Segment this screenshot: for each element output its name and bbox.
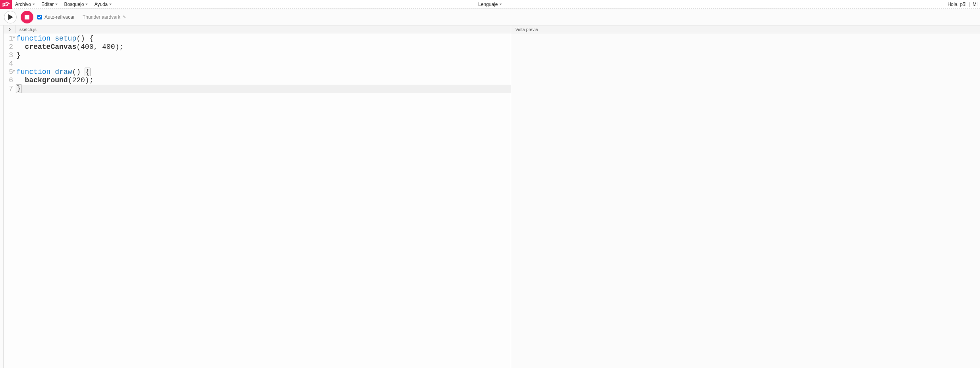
nav-right: Hola, p5! | Mi: [947, 2, 980, 7]
line-number: 2: [4, 43, 13, 51]
menu-lenguaje-label: Lenguaje: [478, 2, 498, 7]
menu-editar-label: Editar: [41, 2, 54, 7]
auto-refresh-label: Auto-refrescar: [44, 14, 75, 20]
menu-archivo-label: Archivo: [15, 2, 31, 7]
code-editor[interactable]: 1234567 function setup() { createCanvas(…: [4, 33, 511, 368]
line-number: 7: [4, 85, 13, 93]
line-number: 4: [4, 60, 13, 68]
main-split: sketch.js 1234567 function setup() { cre…: [3, 25, 980, 368]
auto-refresh-toggle[interactable]: Auto-refrescar: [37, 14, 75, 20]
menu-bosquejo[interactable]: Bosquejo: [61, 0, 91, 9]
nav-center: Lenguaje: [475, 0, 505, 9]
preview-pane: Vista previa: [511, 25, 980, 368]
editor-pane: sketch.js 1234567 function setup() { cre…: [4, 25, 511, 368]
chevron-right-icon: [8, 27, 11, 31]
fold-icon[interactable]: [12, 37, 15, 39]
line-number: 6: [4, 76, 13, 85]
menu-bosquejo-label: Bosquejo: [64, 2, 84, 7]
user-greeting[interactable]: Hola, p5!: [947, 2, 966, 7]
toolbar: Auto-refrescar Thunder aardvark ✎: [0, 9, 980, 25]
play-button[interactable]: [4, 11, 17, 23]
code-line[interactable]: }: [15, 51, 511, 60]
p5-logo[interactable]: p5*: [0, 0, 12, 9]
code-line[interactable]: background(220);: [15, 76, 511, 85]
auto-refresh-checkbox[interactable]: [37, 15, 42, 19]
sketch-name-text: Thunder aardvark: [83, 14, 120, 20]
code-line[interactable]: function setup() {: [15, 35, 511, 43]
separator: |: [969, 2, 970, 7]
caret-down-icon: [499, 4, 502, 5]
user-mi[interactable]: Mi: [972, 2, 978, 7]
preview-label: Vista previa: [515, 27, 538, 32]
code-line[interactable]: [15, 60, 511, 68]
editor-header: sketch.js: [4, 25, 511, 33]
svg-rect-1: [25, 15, 29, 19]
pencil-icon[interactable]: ✎: [123, 15, 126, 19]
code-line[interactable]: }: [15, 85, 511, 93]
logo-text: p5*: [2, 1, 10, 7]
code-line[interactable]: function draw() {: [15, 68, 511, 76]
sketch-name: Thunder aardvark ✎: [83, 14, 126, 20]
caret-down-icon: [55, 4, 58, 5]
menu-editar[interactable]: Editar: [38, 0, 61, 9]
top-nav: p5* Archivo Editar Bosquejo Ayuda Lengua…: [0, 0, 980, 9]
caret-down-icon: [109, 4, 112, 5]
menu-ayuda[interactable]: Ayuda: [91, 0, 115, 9]
line-number: 1: [4, 35, 13, 43]
caret-down-icon: [33, 4, 35, 5]
code-line[interactable]: createCanvas(400, 400);: [15, 43, 511, 51]
menu-archivo[interactable]: Archivo: [12, 0, 38, 9]
play-icon: [8, 14, 13, 20]
preview-header: Vista previa: [511, 25, 980, 33]
filename-label[interactable]: sketch.js: [15, 27, 41, 32]
stop-icon: [25, 15, 29, 19]
code-content[interactable]: function setup() { createCanvas(400, 400…: [15, 33, 511, 368]
menu-lenguaje[interactable]: Lenguaje: [475, 0, 505, 9]
line-gutter: 1234567: [4, 33, 15, 368]
line-number: 5: [4, 68, 13, 76]
stop-button[interactable]: [21, 11, 33, 23]
line-number: 3: [4, 51, 13, 60]
svg-marker-0: [8, 14, 13, 20]
caret-down-icon: [85, 4, 88, 5]
menu-ayuda-label: Ayuda: [94, 2, 108, 7]
sidebar-expand-button[interactable]: [4, 25, 15, 33]
nav-left: Archivo Editar Bosquejo Ayuda: [12, 0, 115, 9]
fold-icon[interactable]: [12, 70, 15, 72]
